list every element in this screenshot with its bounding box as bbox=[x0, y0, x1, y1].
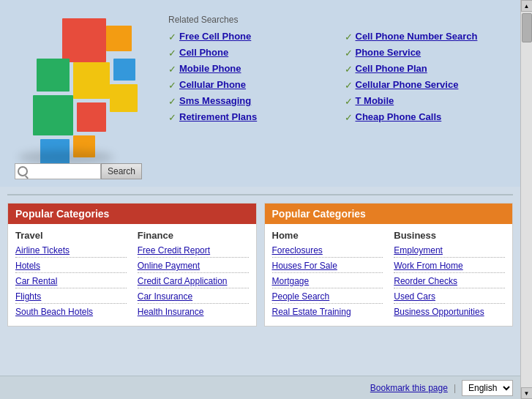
bookmark-link[interactable]: Bookmark this page bbox=[370, 383, 448, 393]
related-item: ✓Cellular Phone Service bbox=[345, 79, 506, 91]
cat-link[interactable]: Work From Home bbox=[394, 259, 505, 273]
logo-block bbox=[77, 102, 106, 132]
related-link[interactable]: Cell Phone Plan bbox=[356, 63, 427, 74]
cat-header-right: Popular Categories bbox=[265, 204, 513, 224]
divider bbox=[7, 194, 513, 195]
check-icon: ✓ bbox=[168, 112, 176, 123]
logo-block bbox=[106, 26, 132, 51]
logo-shadow bbox=[18, 150, 113, 165]
check-icon: ✓ bbox=[168, 96, 176, 107]
check-icon: ✓ bbox=[345, 112, 353, 123]
cat-col-header: Finance bbox=[138, 230, 249, 241]
logo-block bbox=[37, 59, 70, 92]
cat-column: BusinessEmploymentWork From HomeReorder … bbox=[394, 230, 505, 320]
related-item: ✓Cheap Phone Calls bbox=[345, 111, 506, 123]
pipe: | bbox=[454, 383, 456, 393]
check-icon: ✓ bbox=[168, 48, 176, 59]
cat-link[interactable]: South Beach Hotels bbox=[15, 305, 127, 318]
scrollbar: ▲ ▼ bbox=[520, 0, 532, 399]
cat-link[interactable]: Houses For Sale bbox=[272, 259, 383, 273]
cat-link[interactable]: Airline Tickets bbox=[15, 244, 127, 258]
cat-link[interactable]: Real Estate Training bbox=[272, 305, 383, 318]
cat-col-header: Travel bbox=[15, 230, 127, 241]
related-item: ✓T Mobile bbox=[345, 95, 506, 107]
cat-link[interactable]: Car Rental bbox=[15, 275, 127, 288]
related-item: ✓Cell Phone bbox=[168, 47, 330, 59]
check-icon: ✓ bbox=[168, 31, 176, 42]
related-link[interactable]: Phone Service bbox=[356, 47, 422, 58]
logo-grid bbox=[22, 11, 139, 157]
cat-col-header: Home bbox=[272, 230, 383, 241]
cat-link[interactable]: Flights bbox=[15, 290, 127, 304]
logo-block bbox=[62, 18, 106, 62]
cat-column: FinanceFree Credit ReportOnline PaymentC… bbox=[138, 230, 249, 320]
search-button[interactable]: Search bbox=[101, 163, 142, 179]
check-icon: ✓ bbox=[345, 64, 353, 75]
cat-link[interactable]: Used Cars bbox=[394, 290, 505, 304]
check-icon: ✓ bbox=[345, 80, 353, 91]
related-link[interactable]: Retirement Plans bbox=[179, 111, 257, 122]
cat-body-right: HomeForeclosuresHouses For SaleMortgageP… bbox=[265, 224, 513, 326]
related-link[interactable]: Sms Messaging bbox=[179, 95, 251, 106]
search-icon bbox=[18, 166, 28, 176]
related-item: ✓Cellular Phone bbox=[168, 79, 330, 91]
related-item: ✓Mobile Phone bbox=[168, 63, 330, 75]
cat-column: HomeForeclosuresHouses For SaleMortgageP… bbox=[272, 230, 383, 320]
related-link[interactable]: Free Cell Phone bbox=[179, 31, 251, 42]
related-item: ✓Phone Service bbox=[345, 47, 506, 59]
cat-link[interactable]: Free Credit Report bbox=[138, 244, 249, 258]
related-link[interactable]: Cellular Phone bbox=[179, 79, 246, 90]
cat-link[interactable]: Online Payment bbox=[138, 259, 249, 273]
related-item: ✓Sms Messaging bbox=[168, 95, 330, 107]
related-item: ✓Free Cell Phone bbox=[168, 31, 330, 42]
cat-link[interactable]: People Search bbox=[272, 290, 383, 304]
check-icon: ✓ bbox=[168, 64, 176, 75]
logo-block bbox=[110, 84, 138, 112]
scroll-thumb[interactable] bbox=[522, 13, 532, 42]
related-item: ✓Cell Phone Number Search bbox=[345, 31, 506, 42]
cat-col-header: Business bbox=[394, 230, 505, 241]
cat-body-left: TravelAirline TicketsHotelsCar RentalFli… bbox=[8, 224, 256, 326]
logo-block bbox=[33, 95, 73, 135]
related-item: ✓Retirement Plans bbox=[168, 111, 330, 123]
cat-column: TravelAirline TicketsHotelsCar RentalFli… bbox=[15, 230, 127, 320]
related-link[interactable]: Cheap Phone Calls bbox=[356, 111, 442, 122]
search-bar: Search bbox=[7, 163, 154, 179]
check-icon: ✓ bbox=[345, 48, 353, 59]
related-link[interactable]: Cell Phone Number Search bbox=[356, 31, 478, 42]
related-grid: ✓Free Cell Phone✓Cell Phone Number Searc… bbox=[168, 31, 506, 123]
cat-link[interactable]: Car Insurance bbox=[138, 290, 249, 304]
logo-block bbox=[113, 59, 135, 81]
cat-link[interactable]: Mortgage bbox=[272, 275, 383, 288]
logo-area: Search bbox=[7, 11, 154, 179]
cat-link[interactable]: Employment bbox=[394, 244, 505, 258]
logo-block bbox=[73, 62, 110, 99]
cat-panel-right: Popular Categories HomeForeclosuresHouse… bbox=[264, 203, 514, 327]
cat-link[interactable]: Reorder Checks bbox=[394, 275, 505, 288]
lang-select[interactable]: English bbox=[462, 380, 513, 396]
scroll-up[interactable]: ▲ bbox=[521, 0, 533, 12]
cat-header-left: Popular Categories bbox=[8, 204, 256, 224]
cat-link[interactable]: Credit Card Application bbox=[138, 275, 249, 288]
related-link[interactable]: T Mobile bbox=[356, 95, 394, 106]
check-icon: ✓ bbox=[345, 31, 353, 42]
check-icon: ✓ bbox=[168, 80, 176, 91]
related-link[interactable]: Mobile Phone bbox=[179, 63, 241, 74]
categories-section: Popular Categories TravelAirline Tickets… bbox=[0, 203, 520, 338]
main-container: Search Related Searches ✓Free Cell Phone… bbox=[0, 0, 520, 399]
cat-link[interactable]: Hotels bbox=[15, 259, 127, 273]
scroll-down[interactable]: ▼ bbox=[521, 387, 533, 399]
top-section: Search Related Searches ✓Free Cell Phone… bbox=[0, 0, 520, 187]
cat-panel-left: Popular Categories TravelAirline Tickets… bbox=[7, 203, 257, 327]
cat-link[interactable]: Business Opportunities bbox=[394, 305, 505, 318]
related-link[interactable]: Cell Phone bbox=[179, 47, 228, 58]
related-link[interactable]: Cellular Phone Service bbox=[356, 79, 459, 90]
cat-link[interactable]: Health Insurance bbox=[138, 305, 249, 318]
cat-link[interactable]: Foreclosures bbox=[272, 244, 383, 258]
related-item: ✓Cell Phone Plan bbox=[345, 63, 506, 75]
related-section: Related Searches ✓Free Cell Phone✓Cell P… bbox=[161, 11, 513, 127]
bottom-bar: Bookmark this page | English bbox=[0, 376, 520, 399]
related-title: Related Searches bbox=[168, 15, 506, 25]
check-icon: ✓ bbox=[345, 96, 353, 107]
search-input-wrap bbox=[15, 163, 101, 179]
